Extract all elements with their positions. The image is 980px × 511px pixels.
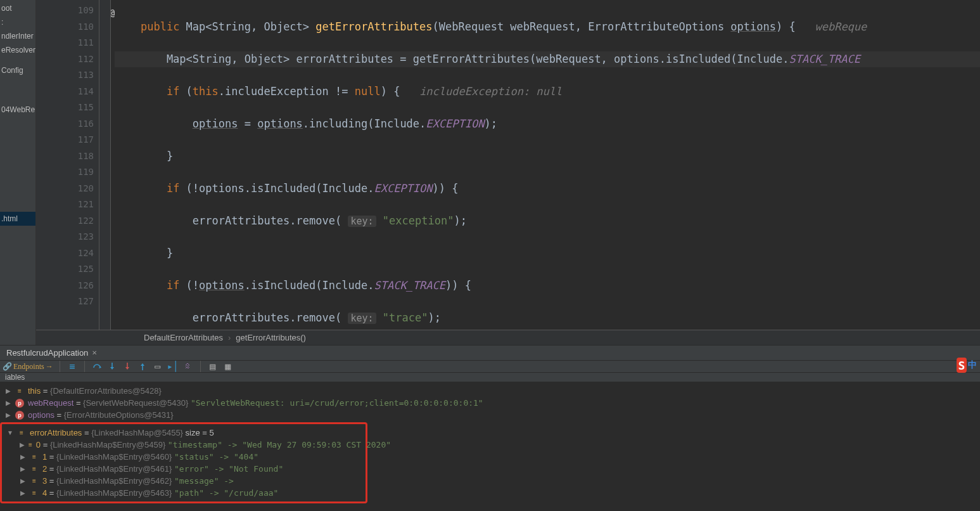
variables-panel[interactable]: ▶≡ this = {DefaultErrorAttributes@5428} … <box>0 382 980 511</box>
ime-indicator[interactable]: S中 <box>957 355 977 375</box>
proj-node[interactable]: Config <box>0 63 35 77</box>
debug-tab[interactable]: RestfulcrudApplication ✕ <box>0 346 103 360</box>
param-icon: p <box>15 399 24 408</box>
map-entry[interactable]: ▶≡ 4 = {LinkedHashMap$Entry@5463} "path"… <box>2 487 366 499</box>
entry-icon: ≡ <box>29 441 32 450</box>
project-panel[interactable]: oot : ndlerInter eResolver Config 04WebR… <box>0 0 36 345</box>
entry-icon: ≡ <box>30 465 39 474</box>
breadcrumb-method[interactable]: getErrorAttributes() <box>236 333 306 342</box>
step-out-icon[interactable] <box>137 361 148 372</box>
map-entry[interactable]: ▶≡ 0 = {LinkedHashMap$Entry@5459} "times… <box>2 439 366 451</box>
variables-header: iables <box>0 373 980 382</box>
step-into-icon[interactable] <box>106 361 118 372</box>
entry-icon: ≡ <box>30 489 39 498</box>
map-entry[interactable]: ▶≡ 3 = {LinkedHashMap$Entry@5462} "messa… <box>2 475 366 487</box>
chevron-right-icon: › <box>228 333 231 342</box>
object-icon: ≡ <box>15 387 24 396</box>
code-editor[interactable]: 109@ 110✓ 111 112 113 114 115 116 117 11… <box>36 0 980 330</box>
breadcrumb-class[interactable]: DefaultErrorAttributes <box>144 333 223 342</box>
show-execution-point-icon[interactable]: ≡ <box>67 361 78 372</box>
var-this[interactable]: ▶≡ this = {DefaultErrorAttributes@5428} <box>0 385 980 397</box>
fold-strip[interactable] <box>99 0 111 330</box>
var-errorAttributes[interactable]: ▼≡ errorAttributes = {LinkedHashMap@5455… <box>2 427 366 439</box>
run-to-cursor-icon[interactable]: ▸│ <box>167 361 179 372</box>
proj-node[interactable]: : <box>0 15 35 29</box>
evaluate-expression-icon[interactable]: ⩯ <box>182 361 194 372</box>
var-options[interactable]: ▶p options = {ErrorAttributeOptions@5431… <box>0 409 980 421</box>
entry-icon: ≡ <box>30 453 39 462</box>
endpoints-button[interactable]: 🔗 Endpoints → <box>3 362 53 372</box>
debug-toolbar: 🔗 Endpoints → ≡ ▭ ▸│ ⩯ ▤ ▦ <box>0 361 980 373</box>
entry-icon: ≡ <box>30 477 39 486</box>
object-icon: ≡ <box>17 429 26 437</box>
proj-node[interactable]: ndlerInter <box>0 29 35 43</box>
highlighted-variable-box: ▼≡ errorAttributes = {LinkedHashMap@5455… <box>0 422 367 503</box>
map-entry[interactable]: ▶≡ 1 = {LinkedHashMap$Entry@5460} "statu… <box>2 451 366 463</box>
layout-settings-icon[interactable]: ▤ <box>207 361 219 372</box>
drop-frame-icon[interactable]: ▭ <box>152 361 163 372</box>
proj-node-selected[interactable]: .html <box>0 212 35 226</box>
proj-node[interactable]: eResolver <box>0 43 35 57</box>
settings-icon[interactable]: ▦ <box>222 361 234 372</box>
proj-node[interactable]: 04WebRe <box>0 103 35 117</box>
proj-node[interactable]: oot <box>0 1 35 15</box>
force-step-into-icon[interactable] <box>122 361 133 372</box>
step-over-icon[interactable] <box>91 361 103 372</box>
close-icon[interactable]: ✕ <box>92 349 97 356</box>
param-icon: p <box>15 411 24 420</box>
code-area[interactable]: public Map<String, Object> getErrorAttri… <box>111 0 980 330</box>
var-webRequest[interactable]: ▶p webRequest = {ServletWebRequest@5430}… <box>0 397 980 409</box>
debug-session-tabs[interactable]: RestfulcrudApplication ✕ <box>0 345 980 361</box>
map-entry[interactable]: ▶≡ 2 = {LinkedHashMap$Entry@5461} "error… <box>2 463 366 475</box>
breadcrumb[interactable]: DefaultErrorAttributes › getErrorAttribu… <box>36 330 980 345</box>
line-gutter[interactable]: 109@ 110✓ 111 112 113 114 115 116 117 11… <box>36 0 99 330</box>
